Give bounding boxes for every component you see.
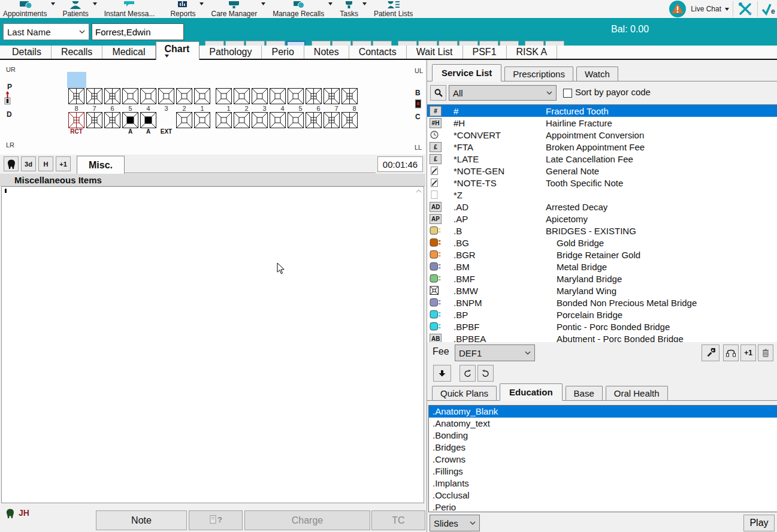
- tooth-anterior[interactable]: [158, 88, 174, 104]
- bridge-button[interactable]: [723, 344, 739, 361]
- tooth-anterior[interactable]: [176, 112, 192, 128]
- tooth-molar[interactable]: [324, 88, 340, 104]
- service-row[interactable]: .BGRBridge Retainer Gold: [427, 249, 777, 261]
- sort-by-payor-checkbox[interactable]: [563, 89, 572, 98]
- service-row[interactable]: AP.APApicetomy: [427, 213, 777, 225]
- live-chat-label[interactable]: Live Chat: [691, 5, 721, 13]
- tooth-anterior[interactable]: [288, 88, 304, 104]
- service-row[interactable]: *NOTE-GENGeneral Note: [427, 165, 777, 177]
- service-row[interactable]: *CONVERTAppointment Conversion: [427, 129, 777, 141]
- service-row[interactable]: AB.BPBEAAbutment - Porc Bonded Bridge: [427, 332, 777, 342]
- service-search-button[interactable]: [430, 85, 446, 101]
- patient-name-input[interactable]: [92, 23, 184, 40]
- shade-box-icon[interactable]: [415, 99, 421, 108]
- tooth-filled[interactable]: [140, 112, 156, 128]
- tooth-molar[interactable]: [68, 112, 84, 128]
- service-row[interactable]: £*FTABroken Appointment Fee: [427, 141, 777, 153]
- service-row[interactable]: .BPPorcelain Bridge: [427, 309, 777, 321]
- tools-icon[interactable]: [737, 1, 754, 17]
- tooth-anterior[interactable]: [234, 88, 250, 104]
- tooth-anterior[interactable]: [288, 112, 304, 128]
- tab-misc[interactable]: Misc.: [77, 156, 125, 174]
- tooth-anterior[interactable]: [270, 112, 286, 128]
- chevron-down-icon[interactable]: [93, 2, 97, 5]
- tab-wait-list[interactable]: Wait List: [407, 46, 463, 59]
- chevron-down-icon[interactable]: [725, 8, 729, 11]
- tooth-molar[interactable]: [104, 112, 120, 128]
- service-filter-dropdown[interactable]: All: [449, 85, 557, 101]
- chevron-down-icon[interactable]: [51, 2, 55, 5]
- tab-perio[interactable]: Perio: [262, 46, 304, 59]
- service-row[interactable]: £*LATELate Cancellation Fee: [427, 153, 777, 165]
- tooth-anterior[interactable]: [252, 112, 268, 128]
- education-item[interactable]: .Crowns: [429, 454, 777, 466]
- service-row[interactable]: *NOTE-TSTooth Specific Note: [427, 177, 777, 189]
- education-item[interactable]: .Fillings: [429, 466, 777, 477]
- tooth-molar[interactable]: [86, 88, 102, 104]
- tab-notes[interactable]: Notes: [304, 46, 349, 59]
- tooth-anterior[interactable]: [216, 112, 232, 128]
- play-button[interactable]: Play: [743, 515, 775, 531]
- wrench-button[interactable]: [702, 344, 719, 361]
- service-row[interactable]: AD.ADArrested Decay: [427, 201, 777, 213]
- tooth-molar[interactable]: [86, 112, 102, 128]
- tab-pathology[interactable]: Pathology: [199, 46, 262, 59]
- tab-risk-a[interactable]: RISK A: [507, 46, 558, 59]
- charge-button[interactable]: Charge: [244, 510, 370, 530]
- document-question-button[interactable]: ?: [189, 510, 243, 530]
- tooth-anterior[interactable]: [270, 88, 286, 104]
- tooth-anterior[interactable]: [194, 112, 210, 128]
- education-item[interactable]: .Implants: [429, 477, 777, 489]
- tab-prescriptions[interactable]: Prescriptions: [504, 66, 573, 81]
- service-row[interactable]: .BGGold Bridge: [427, 237, 777, 249]
- education-item[interactable]: .Bridges: [429, 442, 777, 454]
- tooth-molar[interactable]: [306, 112, 322, 128]
- +1-button[interactable]: +1: [56, 156, 71, 171]
- plus-one-button[interactable]: +1: [740, 344, 756, 361]
- probe-tool-icon[interactable]: [4, 91, 11, 107]
- tooth-molar[interactable]: [324, 112, 340, 128]
- service-row[interactable]: ##Fractured Tooth: [427, 105, 777, 117]
- service-row[interactable]: #H#HHairline Fracture: [427, 117, 777, 129]
- service-row[interactable]: .BNPMBonded Non Precious Metal Bridge: [427, 297, 777, 309]
- education-item[interactable]: .Bonding: [429, 430, 777, 442]
- chevron-down-icon[interactable]: [362, 2, 367, 5]
- appbar-item-reports[interactable]: Reports: [170, 1, 195, 18]
- tooth-anterior[interactable]: [140, 88, 156, 104]
- tab-service-list[interactable]: Service List: [432, 64, 501, 81]
- rotate-cw-button[interactable]: [477, 365, 494, 382]
- down-arrow-button[interactable]: [433, 365, 451, 382]
- tab-quick-plans[interactable]: Quick Plans: [432, 386, 497, 400]
- tooth-missing[interactable]: [158, 112, 174, 128]
- rotate-ccw-button[interactable]: [459, 365, 476, 382]
- tab-details[interactable]: Details: [2, 46, 52, 59]
- tooth-molar[interactable]: [341, 88, 358, 104]
- appbar-item-manage-recalls[interactable]: Manage Recalls: [273, 1, 324, 18]
- exact-check-icon[interactable]: e: [761, 2, 776, 16]
- note-button[interactable]: Note: [96, 510, 187, 530]
- education-item[interactable]: .Anatomy_Blank: [429, 406, 777, 418]
- tooth-anterior[interactable]: [252, 88, 268, 104]
- tooth-molar[interactable]: [104, 88, 120, 104]
- tooth-anterior[interactable]: [176, 88, 192, 104]
- service-row[interactable]: .BBRIDGES - EXISTING: [427, 225, 777, 237]
- tab-recalls[interactable]: Recalls: [52, 46, 102, 59]
- education-item[interactable]: .Anatomy_text: [429, 418, 777, 430]
- chevron-down-icon[interactable]: [261, 2, 265, 5]
- tooth-filled[interactable]: [122, 112, 138, 128]
- chevron-down-icon[interactable]: [328, 2, 332, 5]
- trash-button[interactable]: [758, 344, 773, 361]
- alert-badge-icon[interactable]: [668, 0, 687, 18]
- tab-contacts[interactable]: Contacts: [349, 46, 407, 59]
- tc-button[interactable]: TC: [371, 510, 425, 530]
- service-row[interactable]: .BMMetal Bridge: [427, 261, 777, 273]
- tooth-molar[interactable]: [68, 88, 84, 104]
- tab-oral-health[interactable]: Oral Health: [606, 386, 668, 400]
- tooth-anterior[interactable]: [234, 112, 250, 128]
- tooth-anterior[interactable]: [194, 88, 210, 104]
- appbar-item-instant-messa[interactable]: Instant Messa...: [104, 1, 155, 18]
- tooth-anterior[interactable]: [216, 88, 232, 104]
- tab-education[interactable]: Education: [500, 383, 563, 401]
- slides-dropdown[interactable]: Slides: [430, 515, 480, 531]
- tooth-button[interactable]: [4, 156, 19, 171]
